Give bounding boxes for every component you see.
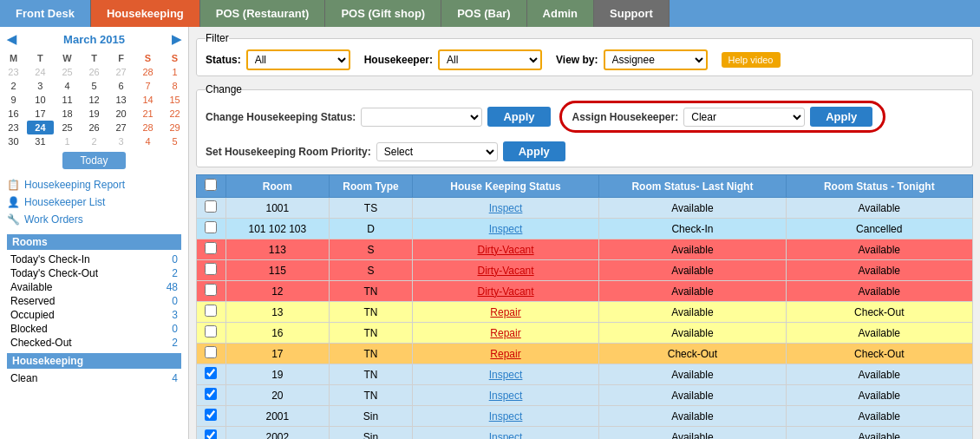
cal-day[interactable]: 13 bbox=[108, 93, 134, 107]
last-night-status: Available bbox=[599, 385, 786, 406]
row-checkbox[interactable] bbox=[205, 367, 217, 379]
change-row: Change Housekeeping Status: Apply Assign… bbox=[206, 101, 964, 161]
hk-status-link[interactable]: Inspect bbox=[489, 369, 523, 381]
cal-day[interactable]: 3 bbox=[27, 79, 54, 93]
cal-day[interactable]: 1 bbox=[54, 134, 81, 148]
cal-next[interactable]: ▶ bbox=[172, 32, 181, 46]
apply-assign-button[interactable]: Apply bbox=[810, 107, 872, 127]
cal-day[interactable]: 28 bbox=[134, 65, 161, 79]
nav-tab-support[interactable]: Support bbox=[594, 0, 670, 27]
hk-status-select[interactable] bbox=[361, 108, 482, 127]
row-checkbox[interactable] bbox=[205, 409, 217, 421]
nav-tab-admin[interactable]: Admin bbox=[527, 0, 594, 27]
nav-tab-pos-giftshop[interactable]: POS (Gift shop) bbox=[325, 0, 441, 27]
row-checkbox[interactable] bbox=[205, 429, 217, 439]
cal-day[interactable]: 12 bbox=[81, 93, 108, 107]
table-row: 2002SinInspectAvailableAvailable bbox=[197, 427, 973, 440]
cal-day[interactable]: 25 bbox=[54, 121, 81, 134]
cal-day[interactable]: 3 bbox=[108, 134, 134, 148]
row-checkbox[interactable] bbox=[205, 325, 217, 337]
hk-status-link[interactable]: Dirty-Vacant bbox=[477, 285, 533, 298]
row-checkbox[interactable] bbox=[205, 200, 217, 213]
hk-status-link[interactable]: Repair bbox=[490, 348, 520, 360]
cal-day[interactable]: 25 bbox=[54, 65, 81, 79]
cal-day[interactable]: 26 bbox=[81, 65, 108, 79]
priority-select[interactable]: Select bbox=[376, 142, 498, 161]
change-legend: Change bbox=[206, 83, 242, 95]
row-checkbox[interactable] bbox=[205, 305, 217, 317]
room-number: 2001 bbox=[225, 406, 330, 427]
cal-day[interactable]: 24 bbox=[27, 65, 54, 79]
hk-status-link[interactable]: Dirty-Vacant bbox=[477, 265, 533, 277]
cal-day[interactable]: 28 bbox=[134, 121, 161, 134]
cal-day[interactable]: 15 bbox=[161, 93, 188, 107]
cal-day[interactable]: 16 bbox=[0, 107, 27, 121]
select-all-checkbox[interactable] bbox=[205, 179, 217, 191]
cal-day[interactable]: 29 bbox=[161, 121, 188, 134]
cal-day[interactable]: 4 bbox=[134, 134, 161, 148]
cal-day[interactable]: 5 bbox=[161, 134, 188, 148]
cal-day[interactable]: 2 bbox=[0, 79, 27, 93]
housekeeper-select[interactable]: All bbox=[438, 49, 542, 70]
cal-day[interactable]: 19 bbox=[81, 107, 108, 121]
blocked-count: 0 bbox=[172, 323, 178, 335]
nav-tab-frontdesk[interactable]: Front Desk bbox=[0, 0, 91, 27]
cal-day[interactable]: 23 bbox=[0, 121, 27, 134]
nav-tab-housekeeping[interactable]: Housekeeping bbox=[91, 0, 200, 27]
cal-day[interactable]: 7 bbox=[134, 79, 161, 93]
apply-priority-button[interactable]: Apply bbox=[503, 141, 565, 161]
cal-day[interactable]: 20 bbox=[108, 107, 134, 121]
cal-day[interactable]: 4 bbox=[54, 79, 81, 93]
cal-day[interactable]: 5 bbox=[81, 79, 108, 93]
cal-day[interactable]: 27 bbox=[108, 65, 134, 79]
cal-day[interactable]: 26 bbox=[81, 121, 108, 134]
hk-status-link[interactable]: Inspect bbox=[489, 410, 523, 423]
cal-day[interactable]: 21 bbox=[134, 107, 161, 121]
available-count: 48 bbox=[167, 281, 178, 293]
cal-day[interactable]: 6 bbox=[108, 79, 134, 93]
cal-month[interactable]: March 2015 bbox=[63, 33, 125, 46]
today-button[interactable]: Today bbox=[62, 152, 125, 169]
row-checkbox[interactable] bbox=[205, 263, 217, 275]
cal-day[interactable]: 31 bbox=[27, 134, 54, 148]
hk-status-link[interactable]: Dirty-Vacant bbox=[477, 244, 533, 256]
nav-tab-pos-bar[interactable]: POS (Bar) bbox=[441, 0, 526, 27]
housekeeping-report-link[interactable]: 📋 Housekeeping Report bbox=[7, 176, 181, 193]
row-checkbox[interactable] bbox=[205, 284, 217, 296]
hk-status-link[interactable]: Repair bbox=[490, 327, 520, 339]
cal-day[interactable]: 22 bbox=[161, 107, 188, 121]
viewby-select[interactable]: Assignee Room bbox=[604, 49, 708, 70]
cal-day[interactable]: 17 bbox=[27, 107, 54, 121]
nav-tab-pos-restaurant[interactable]: POS (Restaurant) bbox=[200, 0, 326, 27]
cal-prev[interactable]: ◀ bbox=[7, 32, 16, 46]
cal-day[interactable]: 10 bbox=[27, 93, 54, 107]
cal-day[interactable]: 11 bbox=[54, 93, 81, 107]
hk-status-link[interactable]: Inspect bbox=[489, 390, 523, 402]
row-checkbox[interactable] bbox=[205, 388, 217, 400]
hk-status-link[interactable]: Inspect bbox=[489, 223, 523, 235]
cal-day[interactable]: 27 bbox=[108, 121, 134, 134]
cal-day[interactable]: 1 bbox=[161, 65, 188, 79]
work-orders-link[interactable]: 🔧 Work Orders bbox=[7, 211, 181, 228]
cal-day[interactable]: 30 bbox=[0, 134, 27, 148]
cal-day[interactable]: 18 bbox=[54, 107, 81, 121]
hk-status-link[interactable]: Inspect bbox=[489, 202, 523, 214]
row-checkbox[interactable] bbox=[205, 346, 217, 358]
cal-day[interactable]: 8 bbox=[161, 79, 188, 93]
hk-status-link[interactable]: Inspect bbox=[489, 431, 523, 440]
cal-day[interactable]: 2 bbox=[81, 134, 108, 148]
help-video-button[interactable]: Help video bbox=[722, 52, 781, 68]
assign-select[interactable]: Clear All bbox=[683, 108, 805, 127]
housekeeper-list-link[interactable]: 👤 Housekeeper List bbox=[7, 193, 181, 211]
cal-day[interactable]: 24 bbox=[27, 121, 54, 134]
row-checkbox[interactable] bbox=[205, 221, 217, 233]
hk-status-link[interactable]: Repair bbox=[490, 306, 520, 318]
occupied-count: 3 bbox=[172, 309, 178, 321]
cal-day[interactable]: 23 bbox=[0, 65, 27, 79]
cal-day[interactable]: 9 bbox=[0, 93, 27, 107]
occupied-label: Occupied bbox=[10, 309, 55, 321]
cal-day[interactable]: 14 bbox=[134, 93, 161, 107]
apply-hk-status-button[interactable]: Apply bbox=[487, 107, 550, 127]
row-checkbox[interactable] bbox=[205, 242, 217, 254]
status-select[interactable]: All Clean Dirty-Vacant Inspect Repair bbox=[246, 49, 350, 70]
